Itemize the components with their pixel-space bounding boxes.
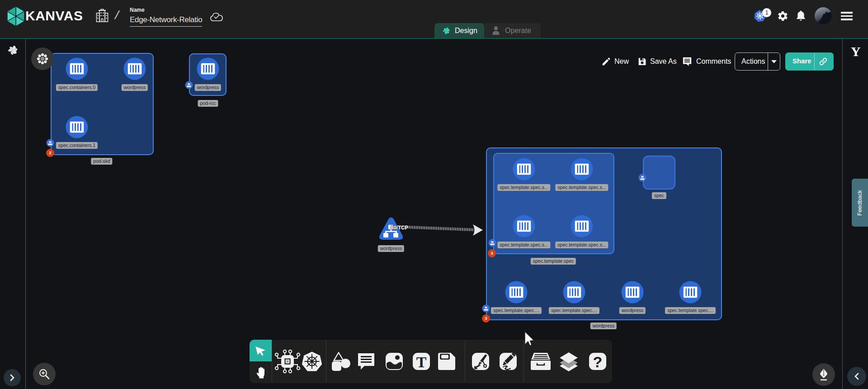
svg-text:T: T xyxy=(416,354,427,370)
svg-text:?: ? xyxy=(593,353,603,370)
